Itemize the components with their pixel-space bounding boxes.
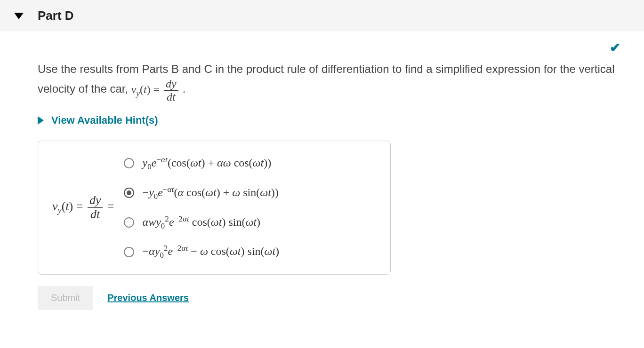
radio-icon[interactable] — [124, 217, 134, 228]
check-icon: ✔ — [610, 40, 620, 55]
option-3[interactable]: αwy02e−2αt cos(ωt) sin(ωt) — [124, 214, 279, 231]
option-1-expr: y0e−αt(cos(ωt) + αω cos(ωt)) — [143, 155, 272, 172]
caret-down-icon — [14, 13, 24, 19]
radio-icon[interactable] — [124, 158, 134, 168]
option-4-expr: −αy02e−2αt − ω cos(ωt) sin(ωt) — [143, 244, 279, 260]
question-text: Use the results from Parts B and C in th… — [38, 60, 625, 103]
vy-expr: vy(t) = dydt — [131, 83, 183, 95]
part-header[interactable]: Part D — [0, 0, 644, 32]
radio-icon[interactable] — [124, 247, 134, 257]
option-2[interactable]: −y0e−αt(α cos(ωt) + ω sin(ωt)) — [124, 185, 279, 201]
answer-lhs: vy(t) = dy dt = — [52, 194, 114, 221]
question-pretext: Use the results from Parts B and C in th… — [38, 63, 615, 95]
radio-icon[interactable] — [124, 188, 134, 198]
option-3-expr: αwy02e−2αt cos(ωt) sin(ωt) — [143, 214, 260, 231]
previous-answers-link[interactable]: Previous Answers — [107, 293, 189, 303]
options-group: y0e−αt(cos(ωt) + αω cos(ωt)) −y0e−αt(α c… — [124, 155, 279, 260]
submit-button[interactable]: Submit — [38, 286, 93, 310]
option-4[interactable]: −αy02e−2αt − ω cos(ωt) sin(ωt) — [124, 244, 279, 260]
hints-label: View Available Hint(s) — [51, 114, 158, 127]
view-hints-button[interactable]: View Available Hint(s) — [38, 114, 158, 127]
part-title: Part D — [38, 8, 74, 23]
option-1[interactable]: y0e−αt(cos(ωt) + αω cos(ωt)) — [124, 155, 279, 172]
answer-box: vy(t) = dy dt = y0e−αt(cos(ωt) + αω cos(… — [38, 141, 391, 275]
option-2-expr: −y0e−αt(α cos(ωt) + ω sin(ωt)) — [143, 185, 279, 201]
buttons-row: Submit Previous Answers — [38, 286, 630, 310]
caret-right-icon — [38, 116, 44, 125]
status-row: ✔ — [38, 32, 630, 60]
